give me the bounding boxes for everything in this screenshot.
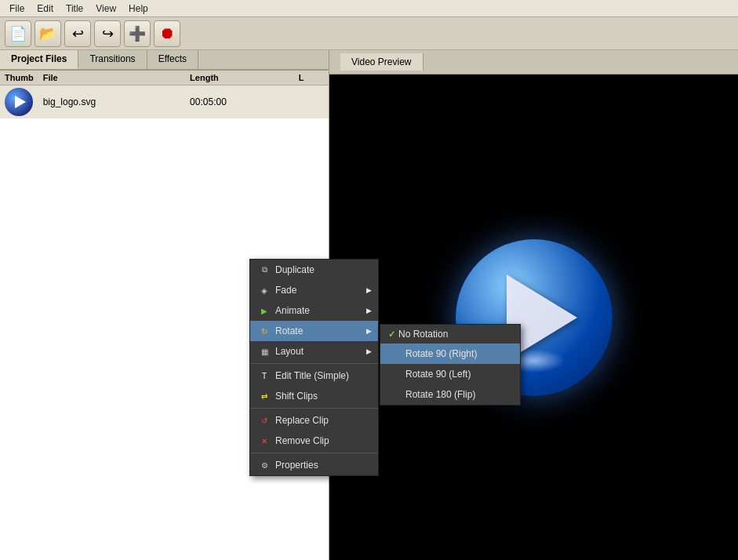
submenu-rotate-90-right-label: Rotate 90 (Right) <box>405 348 477 359</box>
toolbar: 📄 📂 ↩ ↪ ➕ ⏺ <box>0 17 738 50</box>
context-menu[interactable]: ⧉ Duplicate ◈ Fade ▶ Animate ↻ Rotate ▦ … <box>249 259 379 476</box>
ctx-remove-clip-label: Remove Clip <box>275 435 329 446</box>
tab-project-files[interactable]: Project Files <box>0 50 78 69</box>
file-length: 00:05:00 <box>185 85 294 119</box>
file-name: big_logo.svg <box>38 85 185 119</box>
duplicate-icon: ⧉ <box>258 264 271 276</box>
replace-clip-icon: ↺ <box>258 414 271 427</box>
ctx-edit-title[interactable]: T Edit Title (Simple) <box>250 365 378 386</box>
fade-icon: ◈ <box>258 284 271 296</box>
new-button[interactable]: 📄 <box>5 20 31 47</box>
ctx-replace-clip[interactable]: ↺ Replace Clip <box>250 410 378 431</box>
remove-clip-icon: ✕ <box>258 435 271 447</box>
menubar: File Edit Title View Help <box>0 0 738 17</box>
record-button[interactable]: ⏺ <box>154 20 180 47</box>
tab-video-preview[interactable]: Video Preview <box>340 53 424 71</box>
ctx-animate[interactable]: ▶ Animate <box>250 300 378 321</box>
properties-icon: ⚙ <box>258 459 271 471</box>
ctx-properties[interactable]: ⚙ Properties <box>250 455 378 475</box>
file-row[interactable]: big_logo.svg 00:05:00 <box>0 85 329 119</box>
tab-bar: Project Files Transitions Effects <box>0 50 329 71</box>
ctx-remove-clip[interactable]: ✕ Remove Clip <box>250 431 378 451</box>
ctx-animate-label: Animate <box>275 305 310 316</box>
ctx-replace-clip-label: Replace Clip <box>275 415 329 426</box>
ctx-shift-clips-label: Shift Clips <box>275 391 318 402</box>
menu-help[interactable]: Help <box>122 2 155 16</box>
submenu-rotate[interactable]: ✓ No Rotation Rotate 90 (Right) Rotate 9… <box>380 324 521 405</box>
ctx-separator-1 <box>250 363 378 364</box>
ctx-edit-title-label: Edit Title (Simple) <box>275 370 349 381</box>
tab-effects[interactable]: Effects <box>147 50 198 69</box>
submenu-rotate-180[interactable]: Rotate 180 (Flip) <box>380 384 520 405</box>
submenu-rotate-90-left[interactable]: Rotate 90 (Left) <box>380 364 520 384</box>
ctx-layout[interactable]: ▦ Layout <box>250 341 378 362</box>
add-clip-button[interactable]: ➕ <box>124 20 151 47</box>
submenu-no-rotation[interactable]: ✓ No Rotation <box>380 325 520 344</box>
ctx-layout-label: Layout <box>275 346 304 357</box>
animate-icon: ▶ <box>258 304 271 317</box>
ctx-properties-label: Properties <box>275 460 318 471</box>
undo-button[interactable]: ↩ <box>64 20 91 47</box>
ctx-separator-2 <box>250 408 378 409</box>
col-length: Length <box>185 71 294 85</box>
submenu-rotate-90-right[interactable]: Rotate 90 (Right) <box>380 344 520 364</box>
col-l: L <box>294 71 329 85</box>
menu-edit[interactable]: Edit <box>31 2 60 16</box>
no-rotation-check-icon: ✓ <box>388 329 395 340</box>
video-canvas <box>329 75 738 560</box>
ctx-fade[interactable]: ◈ Fade <box>250 280 378 300</box>
ctx-separator-3 <box>250 453 378 453</box>
menu-title[interactable]: Title <box>60 2 89 16</box>
rotate-90l-icon <box>388 368 401 380</box>
ctx-shift-clips[interactable]: ⇄ Shift Clips <box>250 386 378 406</box>
ctx-rotate-label: Rotate <box>275 325 303 336</box>
menu-file[interactable]: File <box>3 2 31 16</box>
redo-button[interactable]: ↪ <box>94 20 121 47</box>
open-button[interactable]: 📂 <box>35 20 61 47</box>
file-thumb <box>0 85 38 119</box>
rotate-90r-icon <box>388 347 401 360</box>
layout-icon: ▦ <box>258 345 271 358</box>
col-thumb: Thumb <box>0 71 38 85</box>
rotate-icon: ↻ <box>258 325 271 337</box>
file-extra <box>294 85 329 119</box>
tab-transitions[interactable]: Transitions <box>78 50 147 69</box>
video-preview-tab-bar: Video Preview <box>329 50 738 75</box>
ctx-fade-label: Fade <box>275 285 296 296</box>
ctx-rotate[interactable]: ↻ Rotate <box>250 321 378 341</box>
col-file: File <box>38 71 185 85</box>
rotate-180-icon <box>388 388 401 401</box>
ctx-duplicate[interactable]: ⧉ Duplicate <box>250 260 378 280</box>
shift-clips-icon: ⇄ <box>258 390 271 402</box>
ctx-duplicate-label: Duplicate <box>275 264 314 275</box>
right-panel: Video Preview <box>329 50 738 560</box>
submenu-rotate-180-label: Rotate 180 (Flip) <box>405 389 475 400</box>
menu-view[interactable]: View <box>89 2 122 16</box>
submenu-no-rotation-label: No Rotation <box>398 329 448 340</box>
edit-title-icon: T <box>258 369 271 382</box>
submenu-rotate-90-left-label: Rotate 90 (Left) <box>405 369 471 380</box>
